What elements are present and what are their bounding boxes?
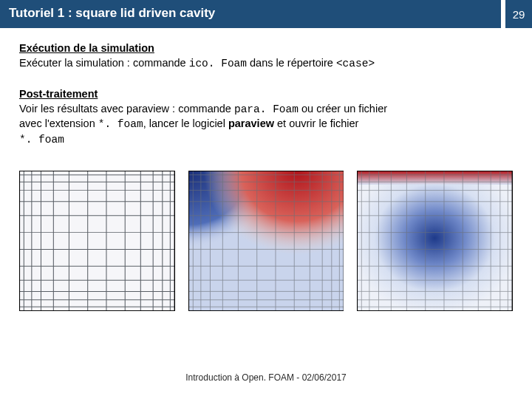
svg-rect-28 (188, 171, 344, 311)
section-heading: Post-traitement (19, 87, 513, 102)
slide-body: Exécution de la simulation Exécuter la s… (0, 28, 532, 147)
text: avec l'extension (19, 117, 98, 129)
slide-title: Tutoriel 1 : square lid driven cavity (0, 0, 501, 28)
text: , lancer le logiciel (143, 117, 228, 129)
bold-text: paraview (228, 117, 274, 129)
code: *. foam (19, 134, 64, 146)
text: Voir les résultats avec paraview : comma… (19, 103, 234, 115)
page-number: 29 (505, 0, 532, 28)
figure-velocity (357, 171, 513, 311)
svg-rect-55 (357, 171, 513, 185)
section-postprocessing: Post-traitement Voir les résultats avec … (19, 87, 513, 147)
svg-rect-0 (19, 171, 175, 311)
code: *. foam (98, 118, 143, 130)
code: para. Foam (234, 103, 299, 115)
svg-rect-54 (357, 171, 513, 311)
text: et ouvrir le fichier (274, 117, 358, 129)
figure-row (0, 163, 532, 311)
section-heading: Exécution de la simulation (19, 41, 513, 56)
text: Exécuter la simulation : commande (19, 57, 189, 69)
slide-footer: Introduction à Open. FOAM - 02/06/2017 (0, 372, 532, 383)
section-text: Voir les résultats avec paraview : comma… (19, 102, 513, 148)
section-text: Exécuter la simulation : commande ico. F… (19, 56, 513, 72)
section-execution: Exécution de la simulation Exécuter la s… (19, 41, 513, 71)
text: dans le répertoire (247, 57, 336, 69)
title-bar: Tutoriel 1 : square lid driven cavity 29 (0, 0, 532, 28)
code: <case> (336, 58, 375, 69)
figure-mesh (19, 171, 175, 311)
text: ou créer un fichier (299, 103, 387, 115)
figure-pressure (188, 171, 344, 311)
code: ico. Foam (189, 58, 247, 69)
